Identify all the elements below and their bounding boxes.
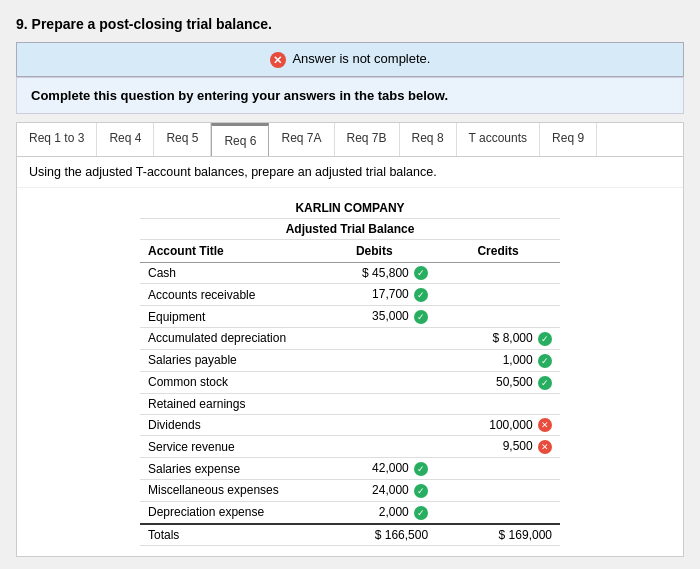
totals-row: Totals $ 166,500 $ 169,000 xyxy=(140,524,560,546)
account-title: Retained earnings xyxy=(140,393,312,414)
account-title: Salaries payable xyxy=(140,349,312,371)
credit-cell: 100,000 ✕ xyxy=(436,414,560,436)
debit-cell xyxy=(312,393,436,414)
tab-req5[interactable]: Req 5 xyxy=(154,123,211,156)
debit-cell xyxy=(312,436,436,458)
answer-banner: ✕ Answer is not complete. xyxy=(16,42,684,77)
table-row: Equipment 35,000 ✓ xyxy=(140,306,560,328)
credit-cell: $ 8,000 ✓ xyxy=(436,328,560,350)
debit-cell: 17,700 ✓ xyxy=(312,284,436,306)
tab-req4[interactable]: Req 4 xyxy=(97,123,154,156)
credit-cell: 9,500 ✕ xyxy=(436,436,560,458)
debit-cell: 42,000 ✓ xyxy=(312,458,436,480)
debit-cell xyxy=(312,328,436,350)
tab-req7a[interactable]: Req 7A xyxy=(269,123,334,156)
credit-cell: 1,000 ✓ xyxy=(436,349,560,371)
totals-label: Totals xyxy=(140,524,312,546)
table-row: Miscellaneous expenses 24,000 ✓ xyxy=(140,480,560,502)
credit-cell xyxy=(436,284,560,306)
account-title: Depreciation expense xyxy=(140,501,312,523)
answer-incomplete-icon: ✕ xyxy=(270,52,286,68)
credit-cell xyxy=(436,458,560,480)
credit-cell xyxy=(436,262,560,284)
credit-cell xyxy=(436,501,560,523)
tab-req6[interactable]: Req 6 xyxy=(211,123,269,156)
credit-cell xyxy=(436,393,560,414)
debit-cell xyxy=(312,349,436,371)
tab-req7b[interactable]: Req 7B xyxy=(335,123,400,156)
table-row: Service revenue 9,500 ✕ xyxy=(140,436,560,458)
credit-cell xyxy=(436,480,560,502)
credit-cell xyxy=(436,306,560,328)
debit-cell: $ 45,800 ✓ xyxy=(312,262,436,284)
tab-taccounts[interactable]: T accounts xyxy=(457,123,540,156)
check-icon: ✓ xyxy=(414,288,428,302)
check-icon: ✓ xyxy=(538,354,552,368)
col-header-debits: Debits xyxy=(312,239,436,262)
account-title: Dividends xyxy=(140,414,312,436)
table-row: Cash $ 45,800 ✓ xyxy=(140,262,560,284)
table-row: Dividends 100,000 ✕ xyxy=(140,414,560,436)
account-title: Salaries expense xyxy=(140,458,312,480)
col-header-credits: Credits xyxy=(436,239,560,262)
complete-instruction: Complete this question by entering your … xyxy=(16,77,684,114)
table-row: Depreciation expense 2,000 ✓ xyxy=(140,501,560,523)
table-row: Accounts receivable 17,700 ✓ xyxy=(140,284,560,306)
tab-instruction: Using the adjusted T-account balances, p… xyxy=(17,157,683,188)
answer-banner-text: Answer is not complete. xyxy=(292,51,430,66)
check-icon: ✓ xyxy=(414,484,428,498)
table-row: Accumulated depreciation $ 8,000 ✓ xyxy=(140,328,560,350)
table-subtitle: Adjusted Trial Balance xyxy=(140,218,560,239)
table-container: KARLIN COMPANY Adjusted Trial Balance Ac… xyxy=(17,188,683,556)
table-row: Common stock 50,500 ✓ xyxy=(140,371,560,393)
debit-cell xyxy=(312,371,436,393)
debit-cell xyxy=(312,414,436,436)
company-name: KARLIN COMPANY xyxy=(140,198,560,219)
page-title: 9. Prepare a post-closing trial balance. xyxy=(16,16,684,32)
totals-debit: $ 166,500 xyxy=(312,524,436,546)
adjusted-trial-balance-table: KARLIN COMPANY Adjusted Trial Balance Ac… xyxy=(140,198,560,546)
table-row: Salaries expense 42,000 ✓ xyxy=(140,458,560,480)
account-title: Miscellaneous expenses xyxy=(140,480,312,502)
tabs-row: Req 1 to 3 Req 4 Req 5 Req 6 Req 7A Req … xyxy=(17,123,683,157)
table-row: Retained earnings xyxy=(140,393,560,414)
x-icon: ✕ xyxy=(538,418,552,432)
check-icon: ✓ xyxy=(414,462,428,476)
col-header-account: Account Title xyxy=(140,239,312,262)
account-title: Common stock xyxy=(140,371,312,393)
debit-cell: 35,000 ✓ xyxy=(312,306,436,328)
account-title: Accounts receivable xyxy=(140,284,312,306)
check-icon: ✓ xyxy=(538,376,552,390)
credit-cell: 50,500 ✓ xyxy=(436,371,560,393)
account-title: Accumulated depreciation xyxy=(140,328,312,350)
check-icon: ✓ xyxy=(414,266,428,280)
debit-cell: 24,000 ✓ xyxy=(312,480,436,502)
debit-cell: 2,000 ✓ xyxy=(312,501,436,523)
question-box: Req 1 to 3 Req 4 Req 5 Req 6 Req 7A Req … xyxy=(16,122,684,557)
account-title: Service revenue xyxy=(140,436,312,458)
check-icon: ✓ xyxy=(538,332,552,346)
totals-credit: $ 169,000 xyxy=(436,524,560,546)
account-title: Cash xyxy=(140,262,312,284)
check-icon: ✓ xyxy=(414,506,428,520)
tab-req9[interactable]: Req 9 xyxy=(540,123,597,156)
check-icon: ✓ xyxy=(414,310,428,324)
tab-req1to3[interactable]: Req 1 to 3 xyxy=(17,123,97,156)
table-row: Salaries payable 1,000 ✓ xyxy=(140,349,560,371)
x-icon: ✕ xyxy=(538,440,552,454)
account-title: Equipment xyxy=(140,306,312,328)
tab-req8[interactable]: Req 8 xyxy=(400,123,457,156)
